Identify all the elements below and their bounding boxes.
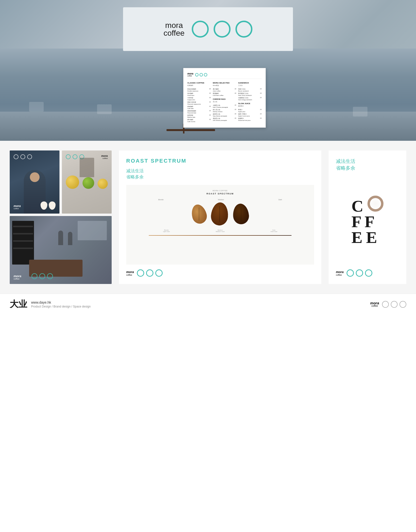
menu-item: 大藤番茄三文治Ham & Egg sandwich22 bbox=[238, 97, 262, 100]
eggs-visual bbox=[40, 201, 56, 210]
store-brand: mora bbox=[14, 275, 21, 278]
juice-title: SLOW JUICE bbox=[238, 102, 262, 104]
store-photo: mora coffee bbox=[10, 216, 112, 284]
photo-brand: mora bbox=[14, 205, 21, 208]
barista-photo-2: mora coffee bbox=[62, 151, 112, 214]
white-circle bbox=[27, 154, 32, 159]
photo-brand-sub-2: coffee bbox=[101, 157, 108, 160]
daye-logo: 大业 bbox=[10, 298, 27, 310]
cheese-subtitle: 芝士包 bbox=[213, 101, 236, 103]
shelf-row bbox=[13, 233, 33, 234]
juice-subtitle: 慢榨果汁 bbox=[238, 105, 262, 107]
cheese-title: CHEESE BAG bbox=[213, 98, 236, 100]
menu-card-circle-3 bbox=[204, 73, 207, 76]
menu-col-sandwich: SANDWICH 三文治 培根三文治Bacon sandwich22 香草番茄三… bbox=[238, 82, 262, 123]
beans-container bbox=[192, 202, 249, 226]
shelf-row bbox=[13, 226, 33, 227]
menu-item: 双份浓缩咖啡Double espresso20 bbox=[187, 88, 211, 92]
person-silhouette bbox=[68, 232, 72, 245]
roast-footer-circles bbox=[137, 269, 163, 277]
menu-card: moracoffee CLASSIC COFFEE 经典咖啡 双份浓缩咖啡Dou… bbox=[183, 68, 266, 128]
teal-circle bbox=[73, 154, 77, 159]
typo-footer-circle-1 bbox=[347, 269, 354, 277]
letter-e2: E bbox=[366, 228, 377, 247]
menu-item: 蔬菜芝士包Veg cheese pineapple22 bbox=[213, 113, 236, 117]
roast-footer-circle-3 bbox=[155, 269, 163, 277]
bean-crease bbox=[219, 206, 220, 222]
photo-grid: mora coffee mo bbox=[10, 151, 112, 284]
menu-card-circle-1 bbox=[195, 73, 199, 76]
typo-footer-circle-2 bbox=[356, 269, 363, 277]
daye-description: Product Design / Brand design / Space de… bbox=[31, 305, 91, 308]
store-circles bbox=[32, 273, 53, 279]
bean-label-blonde: Blonde bbox=[158, 199, 164, 200]
menu-item: 卡布奇诺Cappuccino22 bbox=[187, 97, 211, 100]
menu-card-circle-2 bbox=[199, 73, 203, 76]
lime-1 bbox=[83, 177, 94, 189]
coffee-word-art: C F F E E bbox=[336, 176, 399, 265]
hero-signage: mora coffee bbox=[123, 7, 293, 51]
barista-head bbox=[30, 172, 39, 182]
bean-crease bbox=[199, 207, 199, 221]
roast-subtitle-cn: 减法生活 省略多余 bbox=[126, 168, 314, 180]
footer-bar: 大业 www.daye.hk Product Design / Brand de… bbox=[0, 294, 416, 314]
menu-item: 摩卡咖啡Cafe mocha22 bbox=[187, 119, 211, 122]
roast-poster-title: ROAST SPECTRUM bbox=[207, 192, 234, 195]
annotation-blonde: BlondeLight roast bbox=[163, 229, 170, 232]
letter-row-ee: E E bbox=[351, 230, 383, 245]
bean-medium bbox=[211, 202, 228, 226]
store-circle-2 bbox=[39, 273, 45, 279]
hero-circle-1 bbox=[192, 21, 209, 38]
store-interior: mora coffee bbox=[10, 216, 112, 284]
bean-label-medium: Medium bbox=[218, 199, 224, 200]
annotation-medium: MediumMedium roast bbox=[216, 229, 225, 232]
menu-item: 培根三文治Bacon sandwich22 bbox=[238, 88, 262, 92]
teal-circle bbox=[66, 154, 71, 159]
footer-left: 大业 www.daye.hk Product Design / Brand de… bbox=[10, 298, 91, 310]
footer-circle-1 bbox=[382, 301, 389, 308]
egg bbox=[49, 201, 56, 210]
bean-dark bbox=[233, 204, 249, 224]
menu-card-logo: moracoffee bbox=[187, 73, 193, 77]
ceiling-light-3 bbox=[353, 107, 368, 116]
photo-brand-2: mora bbox=[101, 154, 108, 157]
room-table bbox=[167, 129, 215, 131]
bean-shape-medium bbox=[210, 202, 229, 227]
coffee-typo-section: 减法生活 省略多余 C F F E E bbox=[329, 151, 406, 284]
roast-footer: moracoffee bbox=[126, 269, 314, 277]
bean-light bbox=[192, 204, 206, 224]
bean-shape-dark bbox=[232, 203, 249, 225]
letter-row-co: C bbox=[351, 196, 383, 214]
hero-circle-2 bbox=[214, 21, 231, 38]
footer-circle-2 bbox=[391, 301, 397, 308]
bean-label-dark: Dark bbox=[278, 199, 282, 200]
menu-item: 风味卡布奇诺Flavored cappuccino22 bbox=[187, 101, 211, 105]
roast-footer-logo: moracoffee bbox=[126, 270, 134, 276]
barista-photo-1: mora coffee bbox=[10, 151, 59, 214]
hero-logo-name: mora bbox=[164, 21, 185, 29]
menu-item: 抹茶拿铁Matcha latte22 bbox=[187, 114, 211, 118]
shelf-row bbox=[13, 240, 33, 242]
ceiling-light bbox=[29, 102, 44, 112]
hero-logo: mora coffee bbox=[164, 21, 185, 37]
menu-item: 拿铁咖啡Cafe latte22 bbox=[187, 105, 211, 109]
footer-circle-3 bbox=[399, 301, 406, 308]
menu-item: 果汁咖啡Juice coffee22 bbox=[213, 88, 236, 92]
spectrum-line bbox=[149, 235, 291, 236]
typo-footer-circle-3 bbox=[365, 269, 372, 277]
store-circle-1 bbox=[32, 273, 37, 279]
typo-footer-circles bbox=[347, 269, 372, 277]
menu-item: 蛋挞芝士包soft cheese pineapple22 bbox=[213, 117, 236, 121]
lemon-1 bbox=[66, 175, 79, 189]
roast-poster: mora coffee ROAST SPECTRUM Blonde Medium… bbox=[126, 185, 314, 265]
ceiling-light-2 bbox=[97, 104, 112, 114]
coffee-stain-ring bbox=[368, 196, 383, 212]
store-window bbox=[78, 221, 107, 240]
roast-section: ROAST SPECTRUM 减法生活 省略多余 mora coffee ROA… bbox=[119, 151, 321, 284]
sandwich-subtitle: 三文治 bbox=[238, 85, 262, 87]
daye-website: www.daye.hk bbox=[31, 300, 91, 304]
menu-item: 苹果汁Apple juice22 bbox=[238, 109, 262, 112]
menu-item: 香草番茄三文治Herb Toma sandwich22 bbox=[238, 93, 262, 96]
egg bbox=[40, 201, 47, 210]
menu-item: 火腿芝士包Ham Cheese pineapple22 bbox=[213, 104, 236, 108]
